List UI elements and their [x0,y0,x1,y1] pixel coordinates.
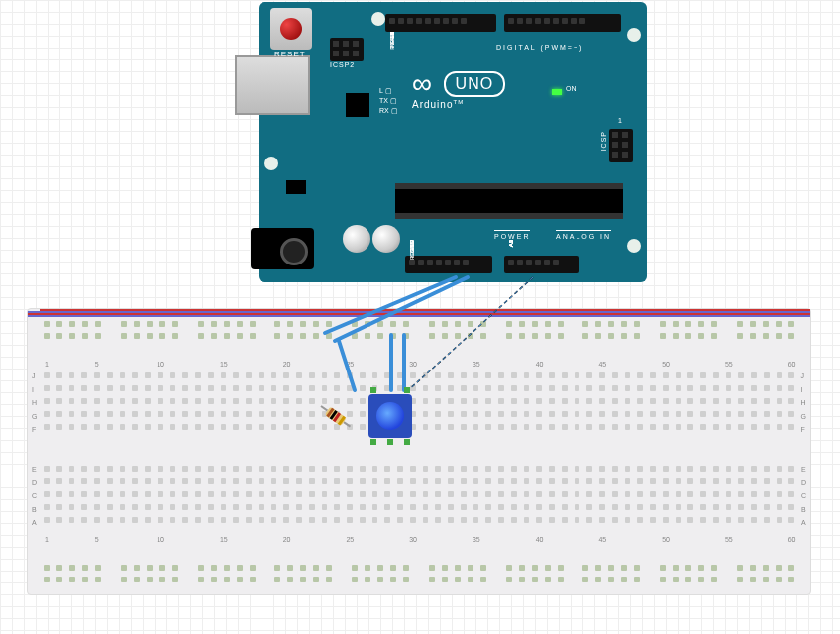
row-labels-right-top: JIHGF [801,372,806,433]
rail-holes-top-2 [44,333,794,339]
mount-hole [627,28,641,42]
power-led [552,89,562,95]
icsp-label: ICSP [600,131,607,151]
model-label: UNO [444,71,506,97]
digital-label: DIGITAL (PWM=~) [496,44,583,51]
potentiometer[interactable] [368,394,412,438]
icsp-1-label: 1 [618,117,623,124]
atmega328p-chip [395,183,623,219]
arduino-logo: ∞ UNO ArduinoTM [412,71,505,110]
col-labels-bot: 151015202530354045505560 [44,536,794,543]
capacitor [343,225,370,253]
analog-header[interactable] [504,256,579,273]
icsp-header[interactable] [609,129,633,162]
mount-hole [627,239,641,253]
power-header[interactable] [405,256,492,273]
arduino-uno-board[interactable]: RESET ICSP2 ICSP 1 ∞ UNO ArduinoTM L ▢ T… [259,2,647,282]
chip-atmega16u2 [346,93,369,117]
power-rail-bot-neg [28,315,810,317]
capacitor [372,225,400,253]
digital-header-left[interactable] [385,14,496,32]
icsp2-header[interactable] [330,38,364,61]
power-label: POWER [494,230,530,240]
rail-holes-bot-2 [44,577,794,582]
usb-port[interactable] [235,55,310,115]
mount-hole [371,12,385,26]
reset-button[interactable] [270,8,312,50]
mount-hole [264,157,278,170]
breadboard[interactable]: 151015202530354045505560 151015202530354… [27,308,811,595]
row-labels-left-top: JIHGF [32,372,37,433]
on-label: ON [566,85,577,92]
rail-holes-top-1 [44,321,794,327]
rail-holes-bot-1 [44,565,794,571]
row-labels-left-bot: EDCBA [32,466,37,526]
reset-label: RESET [274,50,306,58]
analog-label: ANALOG IN [556,230,611,240]
digital-header-right[interactable] [504,14,621,32]
row-labels-right-bot: EDCBA [801,466,806,526]
voltage-regulator [286,180,306,194]
serial-led-labels: L ▢ TX ▢ RX ▢ [379,86,398,116]
icsp2-label: ICSP2 [330,61,355,68]
infinity-icon: ∞ [412,79,433,89]
power-jack[interactable] [251,228,314,269]
col-labels-top: 151015202530354045505560 [44,361,794,368]
